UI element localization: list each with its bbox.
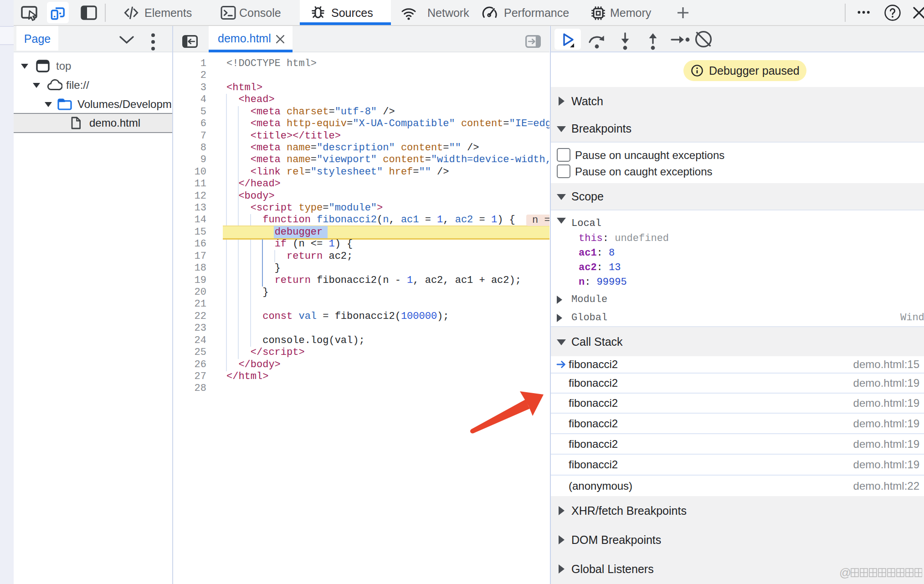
svg-text:@: @: [839, 566, 851, 579]
